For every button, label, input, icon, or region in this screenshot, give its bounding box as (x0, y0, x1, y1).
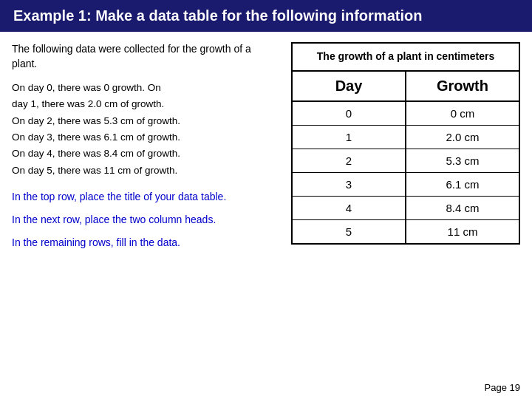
table-cell-day: 1 (293, 125, 406, 149)
left-panel: The following data were collected for th… (12, 42, 276, 258)
col-header-day: Day (293, 72, 406, 101)
table-cell-growth: 6.1 cm (406, 172, 519, 196)
data-line-5: On day 5, there was 11 cm of growth. (12, 165, 177, 176)
header-example-label: Example 1: Make a data table for the fol… (13, 7, 422, 24)
data-line-4: On day 4, there was 8.4 cm of growth. (12, 148, 180, 159)
table-header-row: Day Growth (293, 72, 519, 101)
table-row: 00 cm (293, 101, 519, 126)
data-line-1: day 1, there was 2.0 cm of growth. (12, 98, 164, 109)
table-cell-growth: 8.4 cm (406, 196, 519, 219)
instruction-1: In the top row, place the title of your … (12, 189, 276, 205)
table-cell-day: 5 (293, 219, 406, 243)
page-number: Page 19 (485, 382, 520, 393)
table-body: 00 cm12.0 cm25.3 cm36.1 cm48.4 cm511 cm (293, 101, 519, 243)
table-cell-growth: 11 cm (406, 219, 519, 243)
table-title: The growth of a plant in centimeters (293, 44, 519, 72)
table-cell-day: 4 (293, 196, 406, 219)
intro-text: The following data were collected for th… (12, 42, 276, 71)
table-cell-growth: 0 cm (406, 101, 519, 126)
data-table: Day Growth 00 cm12.0 cm25.3 cm36.1 cm48.… (293, 72, 519, 243)
table-cell-day: 2 (293, 149, 406, 172)
table-cell-growth: 5.3 cm (406, 149, 519, 172)
table-cell-growth: 2.0 cm (406, 125, 519, 149)
table-row: 36.1 cm (293, 172, 519, 196)
data-line-0: On day 0, there was 0 growth. On (12, 82, 161, 93)
right-panel: The growth of a plant in centimeters Day… (291, 42, 520, 258)
page-header: Example 1: Make a data table for the fol… (0, 0, 532, 32)
data-line-2: On day 2, there was 5.3 cm of growth. (12, 115, 180, 126)
data-table-wrapper: The growth of a plant in centimeters Day… (291, 42, 520, 245)
col-header-growth: Growth (406, 72, 519, 101)
instruction-3: In the remaining rows, fill in the data. (12, 235, 276, 250)
table-row: 48.4 cm (293, 196, 519, 219)
instruction-2: In the next row, place the two column he… (12, 212, 276, 228)
main-content: The following data were collected for th… (0, 32, 532, 265)
table-row: 25.3 cm (293, 149, 519, 172)
data-line-3: On day 3, there was 6.1 cm of growth. (12, 132, 180, 143)
table-cell-day: 3 (293, 172, 406, 196)
table-cell-day: 0 (293, 101, 406, 126)
table-row: 12.0 cm (293, 125, 519, 149)
data-description: On day 0, there was 0 growth. On day 1, … (12, 80, 276, 179)
table-row: 511 cm (293, 219, 519, 243)
